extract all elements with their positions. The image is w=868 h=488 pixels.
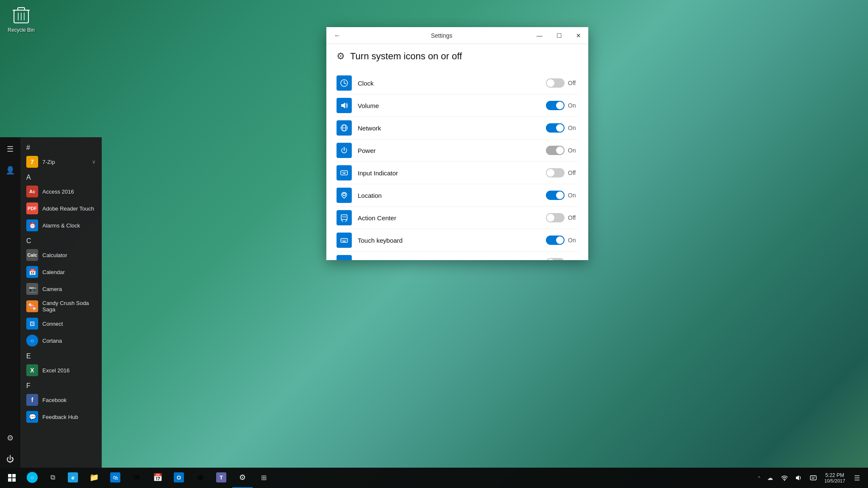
start-menu-sidebar: ☰ 👤 ⚙ ⏻: [0, 137, 20, 468]
location-label: Location: [358, 192, 546, 199]
icon-row-clock: Clock Off: [337, 72, 578, 94]
power-label: Power: [358, 147, 546, 154]
app-label-alarms: Alarms & Clock: [42, 222, 96, 229]
icon-row-touch-keyboard: Touch keyboard On: [337, 229, 578, 252]
sidebar-power-icon[interactable]: ⏻: [2, 451, 19, 468]
app-item-cortana[interactable]: ○ Cortana: [20, 332, 102, 349]
systray-network-tray[interactable]: [778, 468, 791, 488]
taskbar-cortana[interactable]: ○: [22, 468, 42, 488]
app-item-candy[interactable]: 🍬 Candy Crush Soda Saga: [20, 297, 102, 315]
maximize-button[interactable]: ☐: [549, 27, 569, 44]
icon-row-volume: Volume On: [337, 94, 578, 117]
taskbar-tiles[interactable]: ⊞: [253, 468, 274, 488]
input-toggle[interactable]: [546, 168, 565, 177]
section-letter-hash: #: [20, 141, 102, 153]
network-toggle[interactable]: [546, 123, 565, 133]
systray-notification[interactable]: [807, 468, 820, 488]
app-item-feedback[interactable]: 💬 Feedback Hub: [20, 408, 102, 425]
volume-icon: [337, 98, 352, 113]
clock-toggle-wrapper: Off: [546, 78, 578, 88]
volume-toggle[interactable]: [546, 101, 565, 110]
clock-toggle[interactable]: [546, 78, 565, 88]
window-controls: — ☐ ✕: [530, 27, 588, 44]
taskbar-task-view[interactable]: ⧉: [42, 468, 63, 488]
sidebar-user-icon[interactable]: 👤: [2, 162, 19, 179]
app-label-camera: Camera: [42, 286, 96, 292]
minimize-button[interactable]: —: [530, 27, 549, 44]
app-item-alarms[interactable]: ⏰ Alarms & Clock: [20, 217, 102, 234]
desktop: Recycle Bin ☰ 👤 ⚙ ⏻ # 7 7-Zip ∨ A Ac Acc…: [0, 0, 868, 488]
taskbar-store[interactable]: 🛍: [105, 468, 125, 488]
section-letter-a: A: [20, 170, 102, 183]
app-item-adobe[interactable]: PDF Adobe Reader Touch: [20, 200, 102, 217]
location-toggle[interactable]: [546, 191, 565, 200]
input-toggle-wrapper: Off: [546, 168, 578, 177]
app-label-calendar: Calendar: [42, 269, 96, 275]
systray-volume-tray[interactable]: [792, 468, 806, 488]
touch-keyboard-icon: [337, 233, 352, 248]
taskbar-settings[interactable]: ⚙: [232, 468, 253, 488]
action-center-icon: [337, 210, 352, 225]
taskbar-chrome[interactable]: ⊕: [190, 468, 210, 488]
action-state: Off: [568, 214, 578, 221]
action-center-label: Action Center: [358, 214, 546, 222]
taskbar-start-button[interactable]: [2, 468, 22, 488]
touch-keyboard-label: Touch keyboard: [358, 237, 546, 244]
svg-rect-39: [810, 476, 816, 480]
taskbar-outlook[interactable]: O: [169, 468, 189, 488]
power-toggle[interactable]: [546, 146, 565, 155]
app-item-calendar[interactable]: 📅 Calendar: [20, 263, 102, 280]
svg-rect-2: [18, 8, 25, 10]
windows-ink-toggle[interactable]: [546, 258, 565, 260]
svg-rect-34: [12, 474, 16, 477]
touch-keyboard-toggle[interactable]: [546, 236, 565, 245]
sidebar-hamburger-icon[interactable]: ☰: [2, 141, 19, 158]
icon-row-action: Action Center Off: [337, 207, 578, 229]
systray-date: 10/5/2017: [824, 478, 845, 483]
page-header-icon: ⚙: [337, 51, 345, 62]
recycle-bin-label: Recycle Bin: [4, 27, 38, 33]
systray-clock[interactable]: 5:22 PM 10/5/2017: [821, 468, 849, 488]
svg-rect-36: [12, 478, 16, 482]
app-item-calculator[interactable]: Calc Calculator: [20, 247, 102, 263]
sidebar-settings-icon[interactable]: ⚙: [2, 430, 19, 446]
systray-expand[interactable]: ^: [756, 468, 762, 488]
app-label-calculator: Calculator: [42, 252, 96, 258]
app-item-excel[interactable]: X Excel 2016: [20, 362, 102, 379]
svg-line-8: [344, 83, 346, 84]
volume-state: On: [568, 102, 578, 109]
start-menu: ☰ 👤 ⚙ ⏻ # 7 7-Zip ∨ A Ac Access 2016 PDF: [0, 137, 102, 468]
input-state: Off: [568, 169, 578, 176]
app-icon-calendar: 📅: [26, 266, 38, 278]
taskbar-explorer[interactable]: 📁: [84, 468, 104, 488]
settings-titlebar: ← Settings — ☐ ✕: [326, 27, 588, 44]
location-toggle-wrapper: On: [546, 191, 578, 200]
taskbar-teams[interactable]: T: [211, 468, 231, 488]
action-center-btn[interactable]: ☰: [849, 468, 865, 488]
app-item-facebook[interactable]: f Facebook: [20, 391, 102, 408]
section-letter-e: E: [20, 349, 102, 362]
app-item-7zip[interactable]: 7 7-Zip ∨: [20, 153, 102, 170]
recycle-bin[interactable]: Recycle Bin: [4, 4, 38, 33]
volume-label: Volume: [358, 102, 546, 109]
volume-toggle-wrapper: On: [546, 101, 578, 110]
action-toggle[interactable]: [546, 213, 565, 222]
close-button[interactable]: ✕: [569, 27, 588, 44]
network-label: Network: [358, 125, 546, 132]
app-icon-alarms: ⏰: [26, 219, 38, 231]
taskbar-calendar[interactable]: 📅: [147, 468, 168, 488]
app-item-access[interactable]: Ac Access 2016: [20, 183, 102, 200]
app-item-camera[interactable]: 📷 Camera: [20, 280, 102, 297]
systray-time: 5:22 PM: [825, 472, 844, 478]
app-label-feedback: Feedback Hub: [42, 414, 96, 420]
app-item-connect[interactable]: ⊡ Connect: [20, 315, 102, 332]
settings-back-button[interactable]: ←: [330, 28, 345, 43]
app-arrow-7zip: ∨: [92, 159, 96, 165]
svg-marker-38: [796, 475, 799, 480]
systray-onedrive[interactable]: ☁: [763, 468, 777, 488]
taskbar-edge[interactable]: e: [63, 468, 83, 488]
svg-marker-9: [341, 103, 345, 108]
page-title: Turn system icons on or off: [350, 51, 462, 62]
app-icon-access: Ac: [26, 186, 38, 197]
taskbar-mail[interactable]: ✉: [126, 468, 147, 488]
